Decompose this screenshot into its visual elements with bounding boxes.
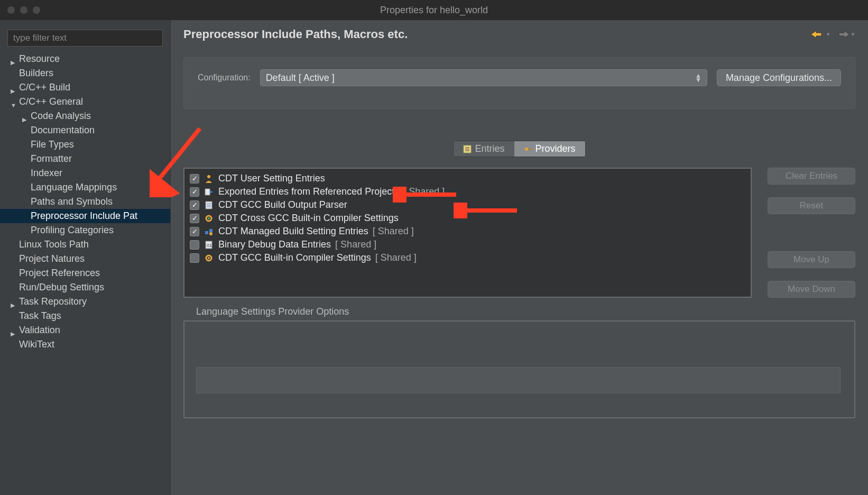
- svg-marker-10: [210, 190, 213, 194]
- stepper-icon: ▲▼: [695, 74, 701, 82]
- tree-item-builders[interactable]: Builders: [0, 66, 170, 80]
- tree-item-validation[interactable]: Validation: [0, 323, 170, 337]
- tree-item-run-debug-settings[interactable]: Run/Debug Settings: [0, 280, 170, 295]
- tree-item-formatter[interactable]: Formatter: [0, 152, 170, 166]
- disclosure-arrow-icon[interactable]: [11, 299, 17, 305]
- tree-item-label: Language Mappings: [31, 182, 117, 193]
- tabs: Entries Providers: [453, 141, 585, 157]
- tab-entries-label: Entries: [475, 143, 504, 154]
- provider-label: CDT User Setting Entries: [218, 173, 325, 184]
- provider-label: CDT GCC Built-in Compiler Settings: [218, 252, 371, 263]
- page-title: Preprocessor Include Paths, Macros etc.: [183, 28, 408, 41]
- tree-item-file-types[interactable]: File Types: [0, 138, 170, 152]
- tab-entries[interactable]: Entries: [454, 141, 514, 157]
- gear2-icon: [204, 253, 214, 263]
- provider-label: CDT Managed Build Setting Entries: [218, 226, 368, 237]
- tree-item-label: Linux Tools Path: [19, 239, 89, 250]
- tree-item-profiling-categories[interactable]: Profiling Categories: [0, 223, 170, 237]
- tree-item-indexer[interactable]: Indexer: [0, 166, 170, 180]
- gear-icon: [204, 213, 214, 224]
- tree-item-label: Validation: [19, 325, 60, 336]
- managed-icon: [204, 226, 214, 237]
- tree-item-label: Profiling Categories: [31, 225, 114, 236]
- tree-item-label: Paths and Symbols: [31, 196, 113, 207]
- provider-checkbox[interactable]: [190, 214, 199, 223]
- window-controls: [0, 6, 40, 14]
- svg-rect-7: [528, 149, 532, 150]
- provider-checkbox[interactable]: [190, 174, 199, 184]
- page-history-nav: ▼ ▼: [811, 30, 855, 39]
- preferences-tree-sidebar: ResourceBuildersC/C++ BuildC/C++ General…: [0, 20, 170, 495]
- provider-options-label: Language Settings Provider Options: [183, 306, 855, 317]
- provider-checkbox[interactable]: [190, 240, 199, 250]
- provider-row[interactable]: CDT Managed Build Setting Entries [ Shar…: [188, 225, 747, 238]
- svg-rect-18: [209, 229, 213, 232]
- svg-marker-0: [811, 31, 821, 38]
- tree-item-linux-tools-path[interactable]: Linux Tools Path: [0, 237, 170, 252]
- zoom-window-button[interactable]: [33, 6, 40, 14]
- manage-configurations-label: Manage Configurations...: [726, 72, 832, 84]
- svg-point-19: [209, 232, 213, 235]
- tree-item-project-natures[interactable]: Project Natures: [0, 252, 170, 266]
- tree-item-resource[interactable]: Resource: [0, 52, 170, 66]
- tree-item-code-analysis[interactable]: Code Analysis: [0, 109, 170, 123]
- tree-item-label: Project Natures: [19, 253, 85, 264]
- svg-point-23: [208, 257, 210, 259]
- move-down-button[interactable]: Move Down: [768, 281, 855, 298]
- provider-row[interactable]: CDT User Setting Entries: [188, 172, 747, 185]
- tree-item-label: Preprocessor Include Pat: [31, 210, 137, 222]
- provider-row[interactable]: CDT Cross GCC Built-in Compiler Settings: [188, 212, 747, 225]
- configuration-label: Configuration:: [198, 73, 251, 82]
- provider-options-inner: [196, 367, 841, 393]
- provider-row[interactable]: Exported Entries from Referenced Project…: [188, 185, 747, 198]
- tree-item-c-c-general[interactable]: C/C++ General: [0, 95, 170, 109]
- disclosure-arrow-icon[interactable]: [11, 56, 17, 62]
- configuration-select[interactable]: Default [ Active ] ▲▼: [260, 69, 707, 86]
- reset-button[interactable]: Reset: [768, 197, 855, 214]
- tree-item-label: Builders: [19, 68, 53, 79]
- disclosure-arrow-icon[interactable]: [11, 327, 17, 334]
- tree-item-label: Formatter: [31, 153, 72, 164]
- provider-checkbox[interactable]: [190, 187, 199, 197]
- manage-configurations-button[interactable]: Manage Configurations...: [717, 69, 841, 86]
- forward-button[interactable]: ▼: [836, 30, 855, 39]
- provider-checkbox[interactable]: [190, 200, 199, 210]
- tab-providers[interactable]: Providers: [514, 141, 585, 157]
- tree-item-documentation[interactable]: Documentation: [0, 123, 170, 138]
- tree-item-c-c-build[interactable]: C/C++ Build: [0, 80, 170, 95]
- clear-entries-button[interactable]: Clear Entries: [768, 168, 855, 185]
- disclosure-arrow-icon[interactable]: [11, 85, 17, 91]
- tree-item-paths-and-symbols[interactable]: Paths and Symbols: [0, 195, 170, 209]
- window-title: Properties for hello_world: [380, 5, 488, 16]
- close-window-button[interactable]: [7, 6, 15, 14]
- provider-row[interactable]: CDT GCC Build Output Parser: [188, 198, 747, 212]
- binary-icon: 01: [204, 240, 214, 250]
- configuration-selected-value: Default [ Active ]: [266, 72, 335, 84]
- provider-options-section: Language Settings Provider Options: [183, 306, 855, 418]
- tree-item-task-tags[interactable]: Task Tags: [0, 309, 170, 323]
- tree-item-preprocessor-include-pat[interactable]: Preprocessor Include Pat: [0, 209, 170, 223]
- window-titlebar: Properties for hello_world: [0, 0, 868, 20]
- tree-item-label: Run/Debug Settings: [19, 282, 104, 293]
- provider-row[interactable]: CDT GCC Built-in Compiler Settings [ Sha…: [188, 251, 747, 264]
- filter-input[interactable]: [7, 30, 163, 47]
- move-up-button[interactable]: Move Up: [768, 251, 855, 268]
- tree-item-label: C/C++ Build: [19, 82, 70, 93]
- tree-item-project-references[interactable]: Project References: [0, 266, 170, 280]
- tree-item-wikitext[interactable]: WikiText: [0, 337, 170, 352]
- minimize-window-button[interactable]: [20, 6, 27, 14]
- providers-list[interactable]: CDT User Setting EntriesExported Entries…: [183, 168, 752, 298]
- tree-item-label: C/C++ General: [19, 96, 83, 107]
- providers-icon: [524, 145, 532, 153]
- tree-item-task-repository[interactable]: Task Repository: [0, 295, 170, 309]
- tree-item-language-mappings[interactable]: Language Mappings: [0, 180, 170, 195]
- svg-rect-17: [205, 231, 208, 234]
- preferences-tree[interactable]: ResourceBuildersC/C++ BuildC/C++ General…: [0, 52, 170, 362]
- provider-checkbox[interactable]: [190, 227, 199, 236]
- provider-row[interactable]: 01Binary Debug Data Entries [ Shared ]: [188, 238, 747, 251]
- svg-point-16: [208, 217, 210, 219]
- disclosure-arrow-icon[interactable]: [22, 113, 29, 120]
- provider-checkbox[interactable]: [190, 253, 199, 263]
- disclosure-arrow-icon[interactable]: [11, 99, 17, 105]
- back-button[interactable]: ▼: [811, 30, 830, 39]
